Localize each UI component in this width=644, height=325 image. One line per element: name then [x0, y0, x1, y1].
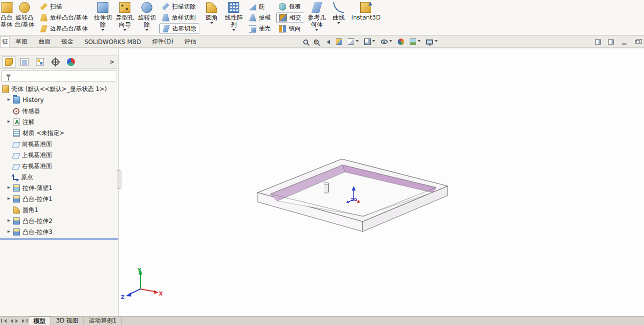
- expand-arrow-icon[interactable]: [7, 218, 13, 224]
- collapse-pane-right-button[interactable]: [607, 38, 615, 46]
- minimize-button[interactable]: [620, 38, 628, 46]
- tab-features[interactable]: 征: [0, 36, 10, 48]
- tree-item-boss-extrude2[interactable]: 凸台-拉伸2: [0, 216, 118, 226]
- tree-item-material[interactable]: 材质 <未指定>: [0, 128, 118, 138]
- tree-item-history[interactable]: History: [0, 94, 118, 106]
- tree-item-annotations[interactable]: 注解: [0, 116, 118, 128]
- tree-item-thin-extrude1[interactable]: 拉伸-薄壁1: [0, 182, 118, 194]
- restore-button[interactable]: [633, 38, 641, 46]
- tab-3d-views[interactable]: 3D 视图: [51, 316, 84, 325]
- mirror-button[interactable]: 镜向: [276, 24, 304, 34]
- model-tray[interactable]: [258, 159, 448, 232]
- dimxpertmanager-tab[interactable]: [48, 56, 62, 68]
- fillet-button[interactable]: 圆角: [201, 0, 223, 35]
- tab-evaluate[interactable]: 评估: [179, 36, 202, 48]
- pane-icon: [595, 40, 601, 44]
- view-settings-icon: [426, 40, 433, 44]
- wrap-button[interactable]: 包覆: [276, 2, 304, 12]
- rib-button[interactable]: 筋: [246, 2, 273, 12]
- view-orientation-button[interactable]: [347, 37, 360, 47]
- zoom-area-button[interactable]: [313, 37, 320, 47]
- previous-view-button[interactable]: [323, 37, 331, 47]
- loft-cut-button[interactable]: 放样切割: [159, 12, 199, 23]
- intersect-icon: [279, 14, 287, 22]
- sweep-button[interactable]: 扫描: [37, 2, 90, 12]
- panel-expand-chevron[interactable]: [108, 57, 116, 67]
- hide-show-items-button[interactable]: [380, 37, 393, 47]
- rollback-bar[interactable]: [0, 238, 118, 240]
- tree-item-top-plane[interactable]: 上视基准面: [0, 150, 118, 160]
- configurationmanager-tab[interactable]: [33, 56, 47, 68]
- boundary-cut-button[interactable]: 边界切除: [159, 24, 199, 34]
- history-folder-icon: [13, 96, 20, 104]
- tab-model[interactable]: 模型: [28, 316, 51, 325]
- apply-scene-icon: [410, 38, 416, 45]
- first-tab-button[interactable]: [0, 316, 7, 325]
- graphics-viewport[interactable]: Y X Z: [119, 48, 644, 316]
- extrude-cut-button[interactable]: 拉伸切 除: [92, 0, 114, 35]
- section-view-button[interactable]: [335, 37, 343, 47]
- tree-indent: [7, 108, 13, 114]
- reference-geometry-button[interactable]: 参考几 何体: [306, 0, 328, 35]
- displaymanager-tab[interactable]: [64, 56, 78, 68]
- zoom-fit-button[interactable]: [302, 37, 309, 47]
- expand-arrow-icon[interactable]: [7, 97, 13, 103]
- expand-arrow-icon[interactable]: [7, 185, 13, 191]
- loft-icon: [40, 14, 47, 22]
- collapse-pane-left-button[interactable]: [594, 38, 602, 46]
- tab-solidworks-mbd[interactable]: SOLIDWORKS MBD: [79, 36, 146, 48]
- display-style-button[interactable]: [363, 37, 376, 47]
- curves-button[interactable]: 曲线: [328, 0, 350, 35]
- sweep-cut-button[interactable]: 扫描切除: [159, 2, 199, 12]
- linear-pattern-button[interactable]: 线性阵 列: [223, 0, 245, 35]
- tree-item-part-root[interactable]: 壳体 (默认<<默认>_显示状态 1>): [0, 84, 118, 94]
- tab-surfaces[interactable]: 曲面: [33, 36, 56, 48]
- wrap-icon: [279, 3, 286, 10]
- last-tab-button[interactable]: [21, 316, 28, 325]
- tree-item-sensors[interactable]: 传感器: [0, 106, 118, 116]
- loft-button[interactable]: 放样凸台/基体: [37, 12, 90, 23]
- shell-button[interactable]: 抽壳: [246, 24, 273, 34]
- boundary-boss-button[interactable]: 边界凸台/基体: [37, 24, 90, 34]
- tab-motion-study[interactable]: 运动算例1: [84, 316, 122, 325]
- tab-sheet-metal[interactable]: 钣金: [56, 36, 79, 48]
- tree-filter-bar[interactable]: [1, 70, 116, 82]
- mirror-icon: [279, 25, 286, 32]
- tab-sketch[interactable]: 草图: [10, 36, 33, 48]
- panel-splitter-handle[interactable]: [117, 170, 121, 189]
- featuremanager-tab[interactable]: [2, 56, 16, 68]
- filter-funnel-icon: [6, 74, 11, 78]
- expand-arrow-icon[interactable]: [7, 196, 13, 202]
- previous-tab-button[interactable]: [7, 316, 14, 325]
- hole-wizard-button[interactable]: 异型孔 向导: [114, 0, 136, 35]
- instant3d-button[interactable]: Instant3D: [350, 0, 382, 35]
- tree-item-front-plane[interactable]: 前视基准面: [0, 138, 118, 150]
- extrude-cut-icon: [97, 2, 108, 13]
- apply-scene-button[interactable]: [409, 37, 422, 47]
- intersect-button[interactable]: 相交: [276, 12, 304, 23]
- edit-appearance-button[interactable]: [397, 37, 405, 47]
- dropdown-arrow-icon: [232, 29, 235, 32]
- loft-cut-icon: [162, 14, 169, 22]
- draft-button[interactable]: 拔模: [246, 12, 273, 23]
- dimxpertmanager-icon: [52, 58, 59, 66]
- next-tab-button[interactable]: [14, 316, 21, 325]
- tab-weldments[interactable]: 焊件(D): [146, 36, 179, 48]
- revolve-cut-button[interactable]: 旋转切 除: [136, 0, 158, 35]
- tree-item-fillet1[interactable]: 圆角1: [0, 204, 118, 216]
- view-settings-button[interactable]: [425, 37, 439, 47]
- tree-item-boss-extrude1[interactable]: 凸台-拉伸1: [0, 194, 118, 204]
- propertymanager-tab[interactable]: [17, 56, 31, 68]
- status-bar: [122, 316, 644, 325]
- tree-item-origin[interactable]: 原点: [0, 172, 118, 182]
- plane-icon: [12, 142, 20, 148]
- eye-icon: [381, 40, 388, 44]
- expand-arrow-icon[interactable]: [7, 119, 13, 125]
- revolve-boss-button[interactable]: 旋转凸 台/基体: [13, 0, 36, 35]
- triad-z-label: Z: [121, 294, 124, 300]
- expand-arrow-icon[interactable]: [7, 229, 13, 235]
- tree-item-right-plane[interactable]: 右视基准面: [0, 160, 118, 172]
- plane-icon: [12, 153, 20, 158]
- extrude-boss-button[interactable]: 凸台 基体: [0, 0, 13, 35]
- tree-item-boss-extrude3[interactable]: 凸台-拉伸3: [0, 226, 118, 238]
